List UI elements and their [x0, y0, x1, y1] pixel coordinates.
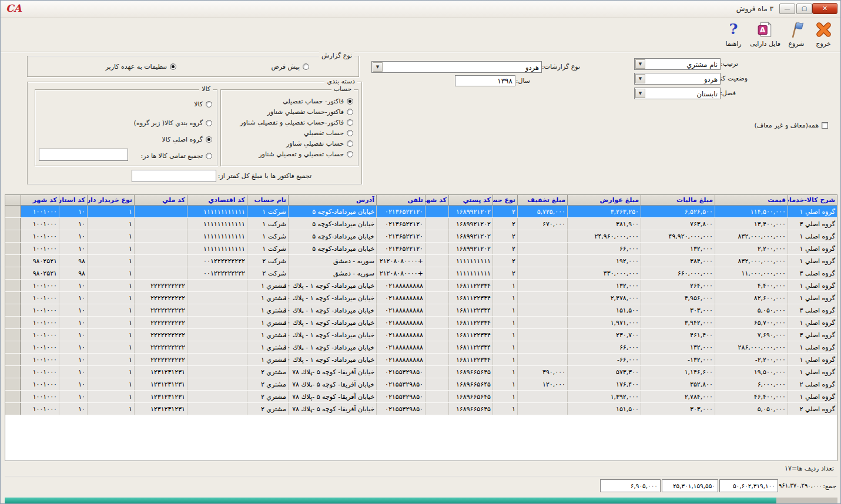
- row-selector[interactable]: [5, 366, 21, 378]
- season-combobox[interactable]: تابستان ▼: [634, 88, 721, 99]
- start-button[interactable]: شروع: [783, 20, 809, 51]
- row-selector[interactable]: [5, 403, 21, 415]
- column-header[interactable]: کد پستي: [448, 195, 492, 205]
- table-row[interactable]: گروه اصلي ۲۵,۰۵۰,۰۰۰۳۰۳,۰۰۰۱۵۱,۵۰۰۱۱۶۸۹۶…: [5, 403, 837, 415]
- column-header[interactable]: مبلغ مالیات: [641, 195, 715, 205]
- radio-default-report[interactable]: پیش فرض: [271, 63, 309, 70]
- row-selector[interactable]: [5, 255, 21, 267]
- radio-icon: [170, 63, 176, 70]
- close-button[interactable]: ✕: [812, 3, 837, 14]
- toolbar-separator: [1, 52, 840, 53]
- radio-icon: [206, 120, 212, 126]
- column-header[interactable]: آدرس: [288, 195, 376, 205]
- column-header[interactable]: نام حساب: [247, 195, 288, 205]
- row-selector[interactable]: [5, 292, 21, 304]
- radio-invoice-detail-and-floating[interactable]: فاکتور-حساب تفصیلي و تفصیلي شناور: [240, 119, 353, 126]
- control-status-combobox[interactable]: هردو ▼: [634, 73, 721, 85]
- row-selector[interactable]: [5, 206, 21, 217]
- row-selector[interactable]: [5, 218, 21, 230]
- table-row[interactable]: گروه اصلي ۳۵,۰۵۰,۰۰۰۳۰۳,۰۰۰۱۵۱,۵۰۰۱۱۶۸۱۱…: [5, 304, 837, 317]
- table-cell: [425, 391, 448, 402]
- table-cell: ۱۵۱,۵۰۰: [567, 403, 641, 415]
- radio-detail-and-floating-account[interactable]: حساب تفصیلي و تفصیلي شناور: [259, 150, 353, 158]
- row-selector[interactable]: [5, 280, 21, 291]
- table-cell: ۱۰۰۱۰۰۰: [21, 280, 59, 291]
- row-selector[interactable]: [5, 304, 21, 316]
- table-row[interactable]: گروه اصلي ۱۸۳۲,۰۰۰,۰۰۰,۰۰۰۴۹,۹۲۰,۰۰۰,۰۰۰…: [5, 230, 837, 243]
- column-header[interactable]: شرح کالا-خدمات: [788, 195, 837, 205]
- table-cell: گروه اصلي ۱: [788, 391, 837, 402]
- table-row[interactable]: گروه اصلي ۱۴,۴۰۰,۰۰۰۲۶۴,۰۰۰۱۳۲,۰۰۰۱۱۶۸۱۱…: [5, 280, 837, 292]
- column-header[interactable]: نوع حساب: [492, 195, 517, 205]
- results-table: شرح کالا-خدماتقیمتمبلغ مالیاتمبلغ عوارضم…: [5, 194, 837, 461]
- table-row[interactable]: گروه اصلي ۱۱۱۴,۵۰۰,۰۰۰۶,۵۲۶,۵۰۰۳,۲۶۳,۲۵۰…: [5, 206, 837, 218]
- table-cell: ۱۳۲,۰۰۰: [641, 341, 715, 353]
- row-selector[interactable]: [5, 341, 21, 353]
- table-row[interactable]: گروه اصلي ۱۴۶,۴۰۰,۰۰۰۲,۷۸۴,۰۰۰۱,۳۹۲,۰۰۰۱…: [5, 391, 837, 403]
- table-cell: مشتري ۲: [247, 366, 288, 378]
- merge-goods-input[interactable]: [39, 149, 128, 161]
- row-selector[interactable]: [5, 230, 21, 242]
- radio-invoice-floating-account[interactable]: فاکتور-حساب تفصیلي شناور: [267, 108, 353, 116]
- table-cell: ۰۲۱۸۸۸۸۸۸۸۸: [376, 329, 425, 341]
- column-header[interactable]: مبلغ تخفیف: [517, 195, 567, 205]
- table-cell: شرکت ۱: [247, 218, 288, 230]
- table-row[interactable]: گروه اصلي ۱۸۳۲,۰۰۰,۰۰۰,۰۰۰۳۸۴,۰۰۰۱۹۲,۰۰۰…: [5, 255, 837, 267]
- row-selector[interactable]: [5, 267, 21, 279]
- column-header[interactable]: کد ملي: [134, 195, 187, 205]
- year-input[interactable]: [455, 75, 515, 86]
- radio-goods-main-group[interactable]: گروه اصلي کالا: [162, 136, 212, 143]
- column-header[interactable]: مبلغ عوارض: [567, 195, 641, 205]
- column-header[interactable]: تلفن: [376, 195, 425, 205]
- asset-file-button[interactable]: A فایل دارایی: [748, 20, 782, 51]
- table-row[interactable]: گروه اصلي ۳۱۱,۰۰۰,۰۰۰,۰۰۰۶۶۰,۰۰۰,۰۰۰۳۳۰,…: [5, 267, 837, 280]
- table-cell: ۱: [87, 292, 134, 304]
- radio-floating-detail-account[interactable]: حساب تفصیلي شناور: [286, 140, 353, 147]
- exempt-all-checkbox[interactable]: همه(معاف و غیر معاف): [755, 122, 829, 129]
- radio-user-settings[interactable]: تنظیمات به عهده کاربر: [106, 63, 176, 70]
- row-selector[interactable]: [5, 317, 21, 328]
- table-cell: خیابان آفریقا- کوچه ۵ -پلاك ۷۸: [288, 391, 376, 402]
- column-header[interactable]: کد شهر: [21, 195, 59, 205]
- report-kinds-combobox[interactable]: هردو ▼: [371, 61, 542, 73]
- column-header[interactable]: نوع خریدار دارایی: [87, 195, 134, 205]
- radio-merge-all-goods[interactable]: تجمیع تمامی کالا ها در:: [141, 152, 212, 160]
- column-header[interactable]: کد شهر: [425, 195, 448, 205]
- table-cell: ۱: [87, 304, 134, 316]
- table-row[interactable]: گروه اصلي ۳۱۳,۴۰۰,۰۰۰۷۶۳,۸۰۰۳۸۱,۹۰۰۶۷۰,۰…: [5, 218, 837, 230]
- table-cell: [425, 317, 448, 328]
- radio-goods[interactable]: کالا: [194, 100, 212, 108]
- table-row[interactable]: گروه اصلي ۳۷,۶۹۰,۰۰۰۴۶۱,۴۰۰۲۳۰,۷۰۰۱۱۶۸۱۱…: [5, 329, 837, 341]
- table-row[interactable]: گروه اصلي ۱۱۹,۵۰۰,۰۰۰۱,۱۴۶,۶۰۰۵۷۳,۳۰۰۳۹۰…: [5, 366, 837, 378]
- table-cell: ۰۰۱۲۲۲۲۲۲۲۲۲: [187, 255, 247, 267]
- table-row[interactable]: گروه اصلي ۲۶,۰۰۰,۰۰۰۳۵۲,۸۰۰۱۷۶,۴۰۰۱۲۰,۰۰…: [5, 378, 837, 391]
- radio-invoice-detail-account[interactable]: فاکتور- حساب تفصیلي: [283, 98, 353, 105]
- aggregate-amount-input[interactable]: [132, 170, 216, 182]
- row-selector[interactable]: [5, 378, 21, 390]
- table-row[interactable]: گروه اصلي ۱-۲,۲۰۰,۰۰۰-۱۳۲,۰۰۰-۶۶,۰۰۰۱۱۶۸…: [5, 354, 837, 366]
- table-cell: ۰۲۱۸۸۸۸۸۸۸۸: [376, 304, 425, 316]
- column-header[interactable]: کد استان: [59, 195, 87, 205]
- row-selector[interactable]: [5, 243, 21, 254]
- table-row[interactable]: گروه اصلي ۱۲,۲۰۰,۰۰۰۱۳۲,۰۰۰۶۶,۰۰۰۲۱۶۸۹۹۲…: [5, 243, 837, 255]
- table-cell: ۲: [492, 218, 517, 230]
- row-selector[interactable]: [5, 354, 21, 365]
- table-row[interactable]: گروه اصلي ۱۲۸۶,۰۰۰,۰۰۰,۰۰۰۱۳۲,۰۰۰۶۶,۰۰۰۱…: [5, 341, 837, 354]
- table-row[interactable]: گروه اصلي ۱۶۵,۷۰۰,۰۰۰۳,۹۴۲,۰۰۰۱,۹۷۱,۰۰۰۱…: [5, 317, 837, 329]
- table-cell: ۱: [87, 255, 134, 267]
- sort-label: ترتیب:: [721, 60, 738, 68]
- column-header[interactable]: کد اقتصادي: [187, 195, 247, 205]
- radio-goods-subgroup[interactable]: گروه بندي کالا( زیر گروه): [134, 119, 212, 127]
- column-header[interactable]: قیمت: [715, 195, 788, 205]
- minimize-button[interactable]: —: [779, 4, 795, 14]
- table-row[interactable]: گروه اصلي ۱۸۲,۶۰۰,۰۰۰۴,۹۵۶,۰۰۰۲,۴۷۸,۰۰۰۱…: [5, 292, 837, 304]
- maximize-button[interactable]: ▢: [796, 4, 812, 14]
- help-button[interactable]: ? راهنما: [721, 20, 746, 51]
- row-selector[interactable]: [5, 329, 21, 341]
- radio-detail-account[interactable]: حساب تفصیلي: [304, 129, 353, 137]
- row-selector[interactable]: [5, 391, 21, 402]
- table-cell: ۳,۲۶۳,۲۵۰: [567, 206, 641, 217]
- sort-combobox[interactable]: نام مشتري ▼: [634, 58, 721, 70]
- exit-button[interactable]: خروج: [810, 20, 836, 51]
- table-cell: ۱۶۸۹۶۶۵۶۴۵: [448, 378, 492, 390]
